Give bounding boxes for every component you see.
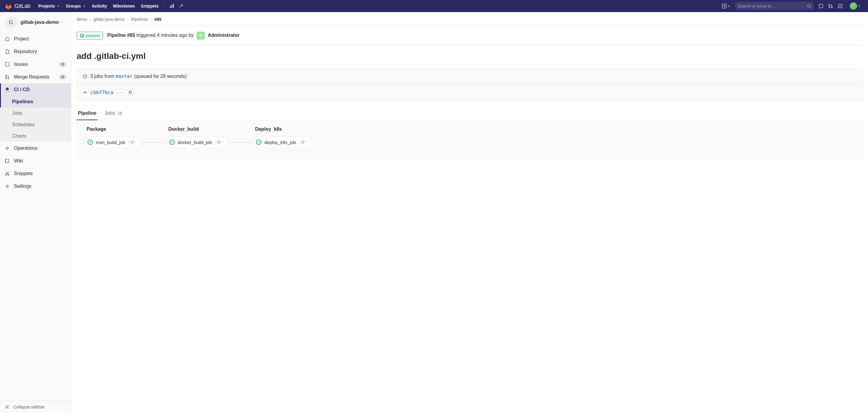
pipeline-meta: Pipeline #85 triggered 4 minutes ago by … <box>107 32 239 39</box>
svg-point-6 <box>829 4 830 5</box>
chevron-down-icon: ▼ <box>858 4 861 8</box>
svg-rect-1 <box>172 5 172 8</box>
collapse-sidebar-button[interactable]: Collapse sidebar <box>0 401 71 413</box>
operations-icon <box>5 146 10 151</box>
brand-name: GitLab <box>14 3 30 9</box>
collapse-label: Collapse sidebar <box>13 405 45 409</box>
job-name: docker_build_job <box>178 140 212 145</box>
tab-pipeline[interactable]: Pipeline <box>77 107 97 120</box>
job-pill[interactable]: docker_build_job <box>166 136 228 148</box>
search-box[interactable] <box>735 2 814 10</box>
status-passed-icon <box>169 140 175 145</box>
sidebar-item-wiki[interactable]: Wiki <box>0 154 71 167</box>
new-dropdown[interactable]: ▼ <box>719 0 733 12</box>
svg-point-15 <box>5 174 7 175</box>
sidebar-item-issues[interactable]: Issues 0 <box>0 58 71 71</box>
ellipsis-button[interactable]: ⋯ <box>117 89 124 96</box>
nav-divider <box>164 3 164 9</box>
sidebar-item-cicd[interactable]: CI / CD <box>0 83 71 96</box>
sidebar-item-repository[interactable]: Repository <box>0 45 71 58</box>
svg-point-20 <box>85 92 86 93</box>
jobs-count-badge: 3 <box>117 111 123 116</box>
nav-milestones[interactable]: Milestones <box>110 0 137 12</box>
sidebar-subitem-pipelines[interactable]: Pipelines <box>0 96 71 108</box>
jobs-info-row: 3 jobs from master (queued for 28 second… <box>77 68 862 84</box>
breadcrumb-sep: › <box>151 17 152 22</box>
jobs-prefix: 3 jobs from <box>90 73 116 79</box>
sidebar-item-settings[interactable]: Settings <box>0 180 71 193</box>
nav-projects[interactable]: Projects▼ <box>35 0 63 12</box>
search-input[interactable] <box>738 4 807 8</box>
todos-icon[interactable] <box>835 0 845 12</box>
tab-jobs-label: Jobs <box>105 111 115 116</box>
svg-point-12 <box>5 78 7 79</box>
pipeline-stage: Deploy_k8sdeploy_k8s_job <box>253 126 312 148</box>
merge-requests-shortcut-icon[interactable] <box>826 0 835 12</box>
retry-button[interactable] <box>215 138 223 146</box>
top-nav: GitLab Projects▼ Groups▼ Activity Milest… <box>0 0 868 12</box>
sidebar-label: Wiki <box>14 158 66 164</box>
job-pill[interactable]: deploy_k8s_job <box>253 136 312 148</box>
triggerer-name[interactable]: Administrator <box>208 33 239 38</box>
svg-point-14 <box>6 147 8 149</box>
copy-sha-button[interactable] <box>127 89 134 96</box>
sidebar-item-project[interactable]: Project <box>0 33 71 45</box>
mr-count-badge: 0 <box>59 75 66 79</box>
commit-sha-link[interactable]: c66f76ca <box>90 90 114 95</box>
status-badge: passed <box>77 32 103 39</box>
nav-links: Projects▼ Groups▼ Activity Milestones Sn… <box>35 0 186 12</box>
gitlab-logo[interactable]: GitLab <box>5 2 30 10</box>
pipeline-graph: Packagemvn_build_jobDocker_builddocker_b… <box>77 120 863 159</box>
sidebar-label: Operations <box>14 146 66 151</box>
sidebar-label: Settings <box>14 183 66 189</box>
project-header[interactable]: G gitlab-java-demo <box>0 12 71 33</box>
pipeline-info-box: 3 jobs from master (queued for 28 second… <box>77 68 863 101</box>
issues-count-badge: 0 <box>59 62 66 66</box>
breadcrumb-sep: › <box>127 17 129 22</box>
sidebar-subitem-charts[interactable]: Charts <box>0 130 71 142</box>
svg-point-4 <box>808 4 810 7</box>
pipeline-id: Pipeline #85 <box>107 33 135 38</box>
scissors-icon <box>5 171 10 176</box>
chevron-down-icon: ▼ <box>57 4 60 8</box>
issues-shortcut-icon[interactable] <box>816 0 826 12</box>
cicd-submenu: Pipelines Jobs Schedules Charts <box>0 96 71 142</box>
retry-button[interactable] <box>299 138 307 146</box>
breadcrumb-project[interactable]: gitlab-java-demo <box>94 17 125 22</box>
nav-snippets[interactable]: Snippets <box>138 0 162 12</box>
sidebar-item-snippets[interactable]: Snippets <box>0 167 71 180</box>
nav-groups-label: Groups <box>66 4 81 8</box>
sidebar-item-merge-requests[interactable]: Merge Requests 0 <box>0 71 71 83</box>
tab-jobs[interactable]: Jobs 3 <box>103 107 124 120</box>
admin-wrench-icon[interactable] <box>177 0 186 12</box>
sidebar-subitem-jobs[interactable]: Jobs <box>0 108 71 119</box>
search-icon <box>807 4 811 8</box>
svg-rect-21 <box>129 91 132 94</box>
stage-name: Deploy_k8s <box>253 126 312 132</box>
retry-icon <box>130 140 134 144</box>
user-avatar-icon <box>850 2 857 10</box>
retry-icon <box>301 140 305 144</box>
breadcrumb-group[interactable]: demo <box>77 17 87 22</box>
nav-activity[interactable]: Activity <box>89 0 110 12</box>
rocket-icon <box>5 87 10 92</box>
sidebar-label: CI / CD <box>14 87 66 92</box>
breadcrumb-pipelines[interactable]: Pipelines <box>131 17 148 22</box>
sidebar-subitem-schedules[interactable]: Schedules <box>0 119 71 130</box>
queued-text: (queued for 28 seconds) <box>133 73 187 79</box>
triggerer-avatar-icon <box>197 32 205 39</box>
commit-icon <box>83 90 87 94</box>
branch-link[interactable]: master <box>116 73 133 79</box>
stage-name: Package <box>84 126 142 132</box>
gitlab-logo-icon <box>5 2 12 10</box>
analytics-icon[interactable] <box>167 0 177 12</box>
breadcrumb-current: #85 <box>154 17 161 22</box>
job-pill[interactable]: mvn_build_job <box>84 136 142 148</box>
main-content: demo › gitlab-java-demo › Pipelines › #8… <box>71 12 868 413</box>
job-name: mvn_build_job <box>96 140 125 145</box>
sidebar-item-operations[interactable]: Operations <box>0 142 71 154</box>
user-menu[interactable]: ▼ <box>845 0 863 12</box>
retry-button[interactable] <box>128 138 136 146</box>
svg-point-11 <box>5 75 7 77</box>
nav-groups[interactable]: Groups▼ <box>63 0 89 12</box>
